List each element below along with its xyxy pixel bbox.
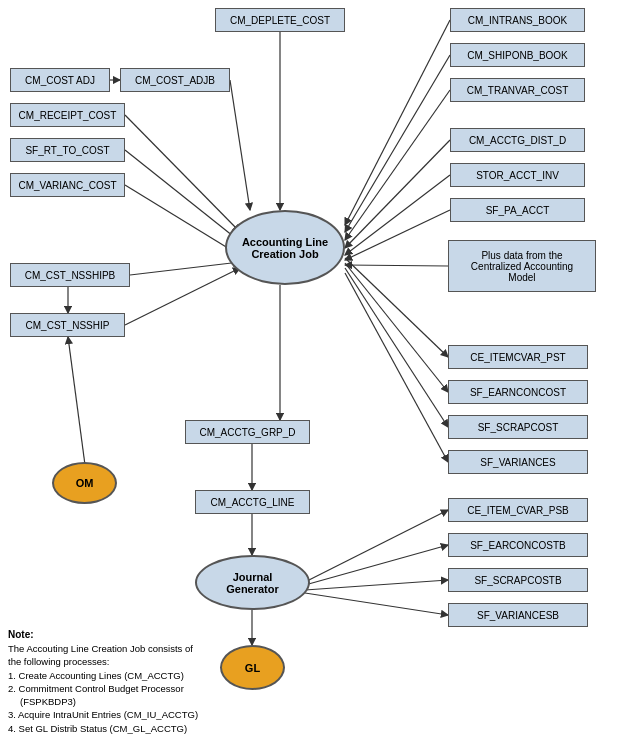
note-line-4: 2. Commitment Control Budget Processor [8, 682, 218, 695]
svg-line-8 [130, 262, 240, 275]
svg-line-14 [345, 210, 450, 260]
sf-variances: SF_VARIANCES [448, 450, 588, 474]
sf-scrapcostb: SF_SCRAPCOSTB [448, 568, 588, 592]
cm-varianc-cost: CM_VARIANC_COST [10, 173, 125, 197]
svg-line-25 [305, 510, 448, 582]
svg-line-24 [345, 273, 448, 462]
accounting-line-creation-job: Accounting Line Creation Job [225, 210, 345, 285]
diagram: CM_DEPLETE_COST CM_COST ADJ CM_COST_ADJB… [0, 0, 627, 743]
cm-cst-nsshipb: CM_CST_NSSHIPB [10, 263, 130, 287]
note-line-1: The Accouting Line Creation Job consists… [8, 642, 218, 655]
svg-line-4 [125, 185, 236, 253]
sf-rt-to-cost: SF_RT_TO_COST [10, 138, 125, 162]
ce-item-cvar-psb: CE_ITEM_CVAR_PSB [448, 498, 588, 522]
svg-line-12 [345, 140, 450, 248]
svg-line-27 [305, 580, 448, 590]
om-ellipse: OM [52, 462, 117, 504]
note-line-7: 4. Set GL Distrib Status (CM_GL_ACCTG) [8, 722, 218, 735]
note-line-5: (FSPKBDP3) [8, 695, 218, 708]
cm-deplete-cost: CM_DEPLETE_COST [215, 8, 345, 32]
sf-pa-acct: SF_PA_ACCT [450, 198, 585, 222]
ce-itemcvar-pst: CE_ITEMCVAR_PST [448, 345, 588, 369]
cm-cost-adj: CM_COST ADJ [10, 68, 110, 92]
sf-earconcostb: SF_EARCONCOSTB [448, 533, 588, 557]
cm-intrans-book: CM_INTRANS_BOOK [450, 8, 585, 32]
svg-line-23 [345, 268, 448, 427]
gl-ellipse: GL [220, 645, 285, 690]
note-title: Note: [8, 628, 218, 642]
cm-tranvar-cost: CM_TRANVAR_COST [450, 78, 585, 102]
sf-scrapcost: SF_SCRAPCOST [448, 415, 588, 439]
svg-line-9 [345, 20, 450, 225]
cm-acctg-grp-d: CM_ACCTG_GRP_D [185, 420, 310, 444]
cm-shiponb-book: CM_SHIPONB_BOOK [450, 43, 585, 67]
svg-line-2 [125, 115, 240, 232]
svg-line-21 [345, 258, 448, 357]
svg-line-13 [345, 175, 450, 255]
stor-acct-inv: STOR_ACCT_INV [450, 163, 585, 187]
svg-line-28 [305, 593, 448, 615]
svg-line-11 [345, 90, 450, 240]
note-line-6: 3. Acquire IntraUnit Entries (CM_IU_ACCT… [8, 708, 218, 721]
svg-line-7 [125, 268, 240, 325]
svg-line-20 [68, 337, 85, 465]
plus-data: Plus data from the Centralized Accountin… [448, 240, 596, 292]
svg-line-22 [345, 263, 448, 392]
cm-receipt-cost: CM_RECEIPT_COST [10, 103, 125, 127]
cm-cst-nsship: CM_CST_NSSHIP [10, 313, 125, 337]
note-line-3: 1. Create Accounting Lines (CM_ACCTG) [8, 669, 218, 682]
svg-line-1 [230, 80, 250, 210]
note-line-2: the following processes: [8, 655, 218, 668]
note-box: Note: The Accouting Line Creation Job co… [8, 628, 218, 735]
svg-line-3 [125, 150, 238, 240]
svg-line-26 [305, 545, 448, 585]
svg-line-15 [345, 265, 448, 266]
cm-cost-adjb: CM_COST_ADJB [120, 68, 230, 92]
sf-earnconcost: SF_EARNCONCOST [448, 380, 588, 404]
sf-variancesb: SF_VARIANCESB [448, 603, 588, 627]
cm-acctg-line: CM_ACCTG_LINE [195, 490, 310, 514]
svg-line-10 [345, 55, 450, 232]
cm-acctg-dist-d: CM_ACCTG_DIST_D [450, 128, 585, 152]
journal-generator: Journal Generator [195, 555, 310, 610]
